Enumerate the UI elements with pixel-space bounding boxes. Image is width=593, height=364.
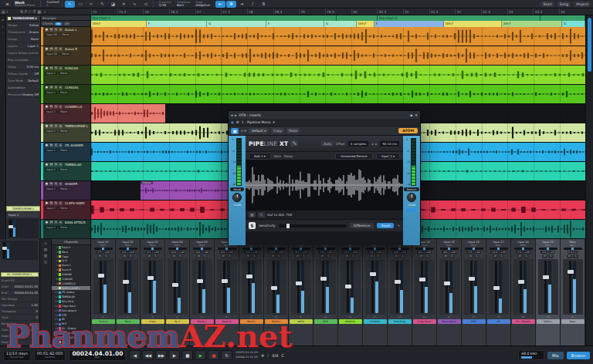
- fader-cap[interactable]: [197, 279, 203, 283]
- toolbar-tool-icon[interactable]: ∿: [130, 1, 140, 8]
- mute-button[interactable]: M: [320, 254, 325, 258]
- solo-button[interactable]: S: [54, 66, 58, 70]
- track-mode[interactable]: Mono: [60, 52, 70, 56]
- mix-tab-button[interactable]: Mix: [547, 352, 564, 359]
- mute-button[interactable]: M: [49, 28, 53, 32]
- insert-slot-name[interactable]: 1 - Pipeline Mono: [242, 120, 271, 124]
- event-field[interactable]: Speedup 1.00: [0, 302, 39, 308]
- mixer-scrollbar[interactable]: [585, 239, 593, 345]
- solo-button[interactable]: S: [54, 28, 58, 32]
- pan-control[interactable]: [218, 248, 236, 250]
- inspector-field[interactable]: Group None: [6, 35, 40, 42]
- mute-button[interactable]: M: [49, 86, 53, 89]
- timebase-dropdown[interactable]: Timebase Bars: [177, 1, 190, 7]
- difference-button[interactable]: Difference: [350, 223, 374, 228]
- mini-fader[interactable]: [8, 218, 39, 238]
- preset-dropdown[interactable]: default ▾: [249, 128, 269, 133]
- transport-button[interactable]: ▶: [195, 350, 206, 360]
- track-header[interactable]: ● M S ▸ Acous L Input 08 Mono: [41, 27, 91, 46]
- preset-paste-button[interactable]: Paste: [286, 128, 300, 133]
- volume-readout[interactable]: -9.3: [293, 251, 300, 254]
- event-field[interactable]: Tune 0: [0, 315, 39, 321]
- preset-copy-button[interactable]: Copy: [271, 128, 284, 133]
- track-header[interactable]: ● M S ▸ LTL SHAKER Input 1 Mono: [41, 143, 91, 162]
- monitor-button[interactable]: ▸: [59, 105, 63, 109]
- toolbar-tool-icon[interactable]: ✂: [86, 1, 97, 8]
- persistent-row[interactable]: Persistent Display Off: [6, 91, 40, 98]
- browse-tab-button[interactable]: Browse: [567, 352, 590, 359]
- nav-back-icon[interactable]: ◂: [231, 113, 232, 117]
- solo-button[interactable]: S: [400, 254, 405, 258]
- event-field[interactable]: Fade Out 0 s: [0, 339, 39, 345]
- fader-cap[interactable]: [469, 277, 475, 281]
- record-arm-button[interactable]: ●: [45, 47, 49, 51]
- routing-icon[interactable]: ⚙: [236, 120, 239, 124]
- audio-clip[interactable]: [91, 85, 585, 103]
- gain-readout[interactable]: +20: [202, 251, 209, 254]
- channel-strip[interactable]: Input 02 Main -8.2 +20 M S 2 Mara: [116, 239, 141, 345]
- volume-readout[interactable]: -8.9: [392, 251, 399, 254]
- track-name[interactable]: TAMBALAK: [65, 163, 81, 167]
- app-menu-icon[interactable]: ≡: [2, 1, 12, 8]
- volume-readout[interactable]: 0.0: [568, 251, 574, 254]
- pan-control[interactable]: [94, 248, 113, 250]
- fader-cap[interactable]: [123, 280, 129, 284]
- track-mode[interactable]: Mono: [59, 91, 69, 94]
- solo-button[interactable]: S: [153, 254, 158, 258]
- bank-icon[interactable]: ▥: [44, 254, 47, 258]
- mini-icon[interactable]: ♪: [266, 353, 269, 358]
- record-arm-button[interactable]: ●: [45, 163, 49, 167]
- solo-button[interactable]: S: [252, 254, 257, 258]
- track-name[interactable]: SHAKER: [65, 182, 77, 186]
- track-mode[interactable]: Mono: [59, 226, 69, 229]
- plugin-titlebar[interactable]: ◂ ▸ DTR - Inserts ▪ ✕: [229, 111, 420, 119]
- event-fader-widget[interactable]: [2, 241, 38, 260]
- channel-name-chip[interactable]: WATA: [290, 319, 313, 324]
- channel-strip[interactable]: Input 16 Main -5.5 +20 M S 16 MTR: [462, 239, 486, 345]
- fader-cap[interactable]: [395, 280, 401, 284]
- solo-button[interactable]: S: [227, 254, 232, 258]
- pan-control[interactable]: [490, 248, 508, 250]
- track-header[interactable]: ● M S ▸ TAMBOURINE.L Input 1 Mono: [41, 123, 91, 143]
- track-name[interactable]: COWBELLS: [65, 105, 82, 109]
- volume-readout[interactable]: -10.4: [169, 251, 178, 254]
- mini-icon[interactable]: ✱: [261, 353, 264, 358]
- mini-input-select[interactable]: Input 1: [7, 212, 39, 217]
- mute-button[interactable]: M: [49, 221, 53, 224]
- ab-compare-icon[interactable]: A·B: [241, 129, 246, 133]
- fader-zone[interactable]: [143, 259, 163, 315]
- solo-button[interactable]: S: [351, 254, 356, 258]
- chord-block[interactable]: G: [207, 21, 266, 27]
- solo-button[interactable]: S: [524, 254, 529, 258]
- fader-zone[interactable]: [118, 259, 138, 315]
- mini-icon[interactable]: ♪: [29, 9, 31, 14]
- solo-button[interactable]: S: [499, 254, 504, 258]
- channel-name-chip[interactable]: DJ Vi: [166, 319, 189, 324]
- transport-button[interactable]: ■: [181, 350, 193, 360]
- loop-end[interactable]: 00044.01.01.00: [236, 356, 258, 359]
- channel-name-chip[interactable]: MTR: [463, 319, 486, 324]
- track-mode[interactable]: Mono: [59, 187, 69, 190]
- monitor-button[interactable]: ▸: [59, 182, 63, 186]
- transport-button[interactable]: ◀: [129, 350, 141, 360]
- volume-readout[interactable]: -11.2: [342, 251, 351, 254]
- fader-zone[interactable]: [192, 259, 212, 315]
- mute-button[interactable]: M: [49, 105, 53, 109]
- chord-block[interactable]: Dm7: [91, 21, 147, 27]
- mute-button[interactable]: M: [49, 201, 53, 205]
- track-name[interactable]: Acous L: [65, 28, 76, 32]
- toolbar-tool-icon[interactable]: ◪: [108, 1, 118, 8]
- mute-button[interactable]: M: [49, 124, 53, 128]
- offset-value[interactable]: 0 samples: [347, 140, 369, 147]
- mute-button[interactable]: M: [49, 47, 53, 51]
- pin-icon[interactable]: ▪: [410, 113, 412, 117]
- track-input[interactable]: Input 1: [45, 226, 57, 229]
- channel-name-chip[interactable]: Bass Attack: [438, 319, 461, 324]
- volume-readout[interactable]: -13.4: [490, 251, 499, 254]
- track-input[interactable]: Input 1: [45, 91, 57, 94]
- snap-dropdown[interactable]: Snap Adaptive: [195, 1, 210, 7]
- track-input[interactable]: Input 1: [45, 130, 57, 133]
- audio-clip[interactable]: [91, 66, 585, 84]
- mute-button[interactable]: M: [344, 254, 350, 258]
- pan-control[interactable]: [514, 248, 533, 250]
